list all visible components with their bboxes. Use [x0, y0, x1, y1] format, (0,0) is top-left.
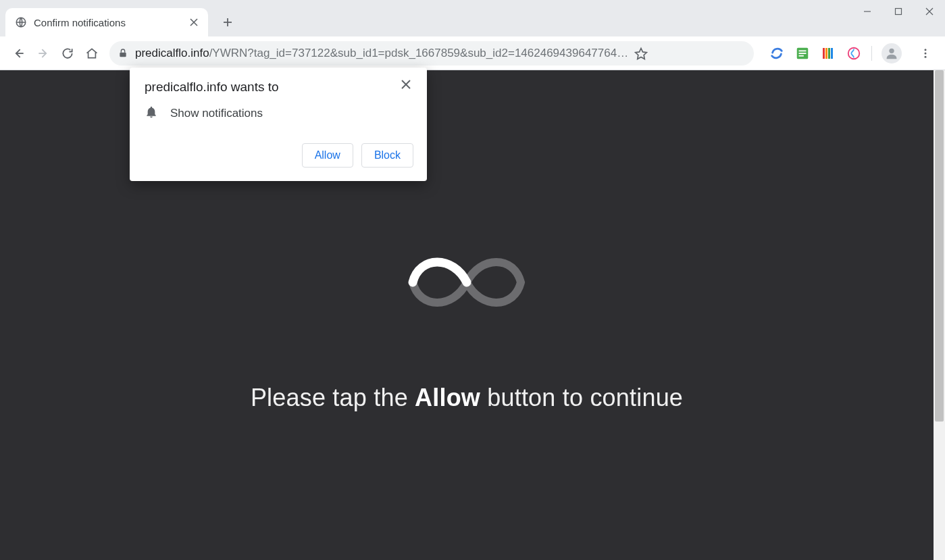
page-message: Please tap the Allow button to continue: [251, 384, 683, 412]
svg-rect-16: [799, 55, 804, 56]
browser-menu-button[interactable]: [915, 43, 936, 63]
allow-button[interactable]: Allow: [302, 143, 353, 168]
tab-title: Confirm notifications: [34, 17, 188, 28]
bell-icon: [145, 105, 158, 122]
toolbar-separator: [871, 46, 872, 61]
extension-note-icon[interactable]: [794, 45, 811, 61]
permission-close-button[interactable]: [399, 77, 413, 92]
url-domain: predicalflo.info: [135, 47, 209, 60]
svg-rect-20: [831, 48, 833, 59]
message-prefix: Please tap the: [251, 384, 415, 411]
vertical-scrollbar[interactable]: [934, 70, 945, 560]
address-bar[interactable]: predicalflo.info /YWRN?tag_id=737122&sub…: [109, 41, 754, 66]
svg-rect-17: [823, 48, 825, 59]
infinity-loader-icon: [382, 242, 551, 326]
notification-permission-popup: predicalflo.info wants to Show notificat…: [130, 68, 427, 181]
globe-icon: [15, 16, 27, 28]
forward-button[interactable]: [31, 41, 55, 66]
svg-rect-15: [799, 53, 807, 54]
lock-icon: [118, 48, 128, 59]
svg-point-22: [889, 48, 894, 53]
profile-avatar[interactable]: [882, 43, 902, 63]
svg-point-23: [925, 49, 927, 51]
svg-point-24: [925, 52, 927, 54]
permission-option-text: Show notifications: [170, 107, 263, 120]
home-button[interactable]: [80, 41, 104, 66]
back-button[interactable]: [7, 41, 31, 66]
window-controls: [852, 0, 945, 23]
extensions-area: [759, 43, 938, 63]
new-tab-button[interactable]: [218, 12, 238, 32]
svg-rect-18: [825, 48, 827, 59]
message-bold: Allow: [415, 384, 480, 411]
svg-rect-1: [896, 9, 902, 15]
svg-marker-12: [636, 48, 647, 59]
browser-tab[interactable]: Confirm notifications: [5, 8, 208, 36]
bookmark-star-button[interactable]: [631, 43, 651, 63]
scrollbar-thumb[interactable]: [935, 70, 944, 422]
block-button[interactable]: Block: [361, 143, 413, 168]
browser-toolbar: predicalflo.info /YWRN?tag_id=737122&sub…: [0, 36, 945, 70]
svg-rect-14: [799, 50, 807, 51]
message-suffix: button to continue: [480, 384, 683, 411]
maximize-button[interactable]: [883, 0, 914, 23]
svg-point-25: [925, 55, 927, 57]
reload-button[interactable]: [55, 41, 80, 66]
minimize-button[interactable]: [852, 0, 883, 23]
svg-rect-19: [828, 48, 830, 59]
window-close-button[interactable]: [914, 0, 945, 23]
svg-rect-11: [120, 52, 126, 57]
extension-circle-icon[interactable]: [846, 45, 862, 61]
tab-strip: Confirm notifications: [0, 0, 945, 36]
tab-close-button[interactable]: [188, 16, 200, 28]
extension-rainbow-icon[interactable]: [820, 45, 836, 61]
permission-title: predicalflo.info wants to: [145, 80, 279, 95]
extension-sync-icon[interactable]: [769, 45, 785, 61]
url-path: /YWRN?tag_id=737122&sub_id1=pdsk_1667859…: [209, 47, 629, 60]
